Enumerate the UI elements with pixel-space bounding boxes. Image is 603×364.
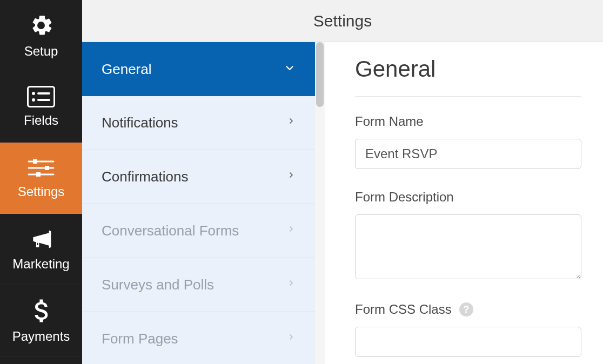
field-group-form-css: Form CSS Class ? — [355, 302, 581, 357]
svg-point-1 — [32, 92, 35, 95]
help-icon[interactable]: ? — [459, 302, 473, 316]
form-description-label: Form Description — [355, 190, 581, 205]
nav-label: Payments — [12, 329, 70, 344]
submenu-item-conversational-forms[interactable]: Conversational Forms — [82, 204, 315, 258]
form-name-input[interactable] — [355, 139, 581, 169]
settings-submenu: General Notifications Confirmations — [82, 42, 315, 364]
submenu-wrap: General Notifications Confirmations — [82, 42, 325, 364]
main-area: General Notifications Confirmations — [82, 42, 603, 364]
chevron-right-icon — [287, 331, 296, 347]
chevron-down-icon — [284, 61, 296, 78]
nav-label: Setup — [24, 44, 58, 59]
svg-point-2 — [32, 98, 35, 102]
submenu-item-confirmations[interactable]: Confirmations — [82, 150, 315, 204]
chevron-right-icon — [287, 223, 296, 239]
submenu-item-general[interactable]: General — [82, 42, 315, 96]
nav-label: Settings — [18, 184, 65, 199]
right-side: Settings General Notifications — [82, 0, 603, 364]
top-bar-title: Settings — [82, 0, 603, 42]
bullhorn-icon — [27, 227, 55, 251]
nav-item-fields[interactable]: Fields — [0, 71, 82, 143]
submenu-label: Conversational Forms — [102, 223, 239, 239]
field-group-form-name: Form Name — [355, 114, 581, 169]
submenu-item-notifications[interactable]: Notifications — [82, 96, 315, 150]
submenu-label: Surveys and Polls — [102, 277, 214, 293]
field-group-form-description: Form Description — [355, 190, 581, 281]
scrollbar-thumb[interactable] — [316, 42, 324, 107]
nav-item-marketing[interactable]: Marketing — [0, 214, 82, 285]
submenu-label: Notifications — [102, 114, 178, 131]
nav-label: Fields — [24, 113, 58, 128]
nav-item-settings[interactable]: Settings — [0, 143, 82, 214]
chevron-right-icon — [287, 277, 296, 293]
nav-item-setup[interactable]: Setup — [0, 0, 82, 71]
content-heading: General — [355, 56, 581, 97]
form-name-label: Form Name — [355, 114, 581, 129]
form-css-label: Form CSS Class — [355, 302, 452, 317]
submenu-label: Form Pages — [102, 331, 178, 347]
nav-item-payments[interactable]: Payments — [0, 285, 82, 356]
nav-label: Marketing — [12, 257, 69, 272]
form-css-input[interactable] — [355, 327, 581, 357]
submenu-item-form-pages[interactable]: Form Pages — [82, 312, 315, 364]
form-description-input[interactable] — [355, 214, 581, 279]
nav-rail: Setup Fields Settings — [0, 0, 82, 364]
svg-rect-8 — [33, 159, 37, 164]
submenu-scrollbar[interactable] — [315, 42, 325, 364]
submenu-label: General — [102, 61, 152, 78]
svg-rect-10 — [36, 172, 41, 177]
sliders-icon — [28, 157, 55, 179]
submenu-label: Confirmations — [102, 168, 188, 185]
svg-rect-3 — [37, 92, 50, 95]
chevron-right-icon — [287, 168, 296, 185]
chevron-right-icon — [287, 114, 296, 131]
content-panel: General Form Name Form Description Form … — [325, 42, 603, 364]
dollar-icon — [33, 298, 49, 323]
svg-rect-0 — [28, 86, 55, 106]
svg-rect-9 — [45, 166, 49, 170]
gear-icon — [28, 12, 54, 38]
svg-rect-4 — [37, 99, 50, 101]
list-icon — [27, 86, 55, 107]
submenu-item-surveys-and-polls[interactable]: Surveys and Polls — [82, 258, 315, 312]
